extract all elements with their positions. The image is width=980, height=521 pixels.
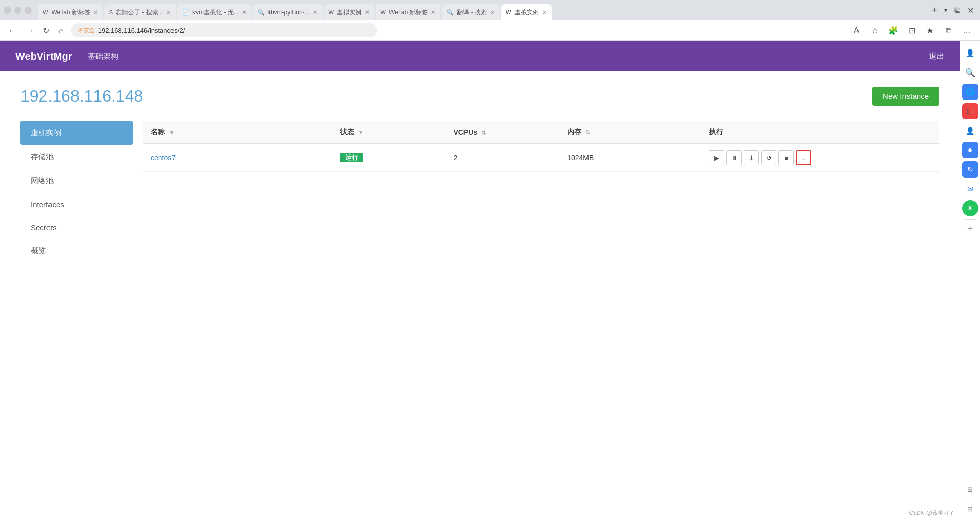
close-btn[interactable]: [24, 7, 32, 14]
bookmark-icon[interactable]: ☆: [868, 23, 882, 38]
browser-tabs: W WeTab 新标签 ✕S 忘情公子 - 搜索... ✕📄 kvm虚拟化 - …: [38, 0, 923, 20]
collections-icon[interactable]: ⧉: [941, 23, 955, 38]
browser-tab-tab1[interactable]: W WeTab 新标签 ✕: [38, 4, 103, 20]
cell-name: centos7: [143, 143, 333, 172]
col-header-status[interactable]: 状态 ▼: [333, 121, 447, 144]
page-title: 192.168.116.148: [20, 87, 143, 106]
minimize-btn[interactable]: [4, 7, 11, 14]
browser-tab-tab5[interactable]: W 虚拟实例 ✕: [324, 4, 375, 20]
sidebar-add-icon[interactable]: +: [967, 223, 973, 235]
page-header: 192.168.116.148 New Instance: [20, 87, 939, 106]
tab-close-icon[interactable]: ✕: [542, 9, 547, 16]
tab-close-icon[interactable]: ✕: [431, 9, 435, 16]
col-header-vcpus[interactable]: VCPUs ⇅: [446, 121, 560, 144]
home-btn[interactable]: ⌂: [57, 24, 66, 37]
tab-close-icon[interactable]: ✕: [242, 9, 247, 16]
sidebar-item-vm-instances[interactable]: 虚机实例: [20, 121, 133, 145]
more-btn[interactable]: …: [960, 23, 974, 38]
tab-close-icon[interactable]: ✕: [365, 9, 370, 16]
instance-link[interactable]: centos7: [151, 154, 176, 162]
security-label: 不安全: [78, 27, 95, 34]
sidebar-x-icon[interactable]: X: [962, 200, 978, 216]
nav-link-infrastructure[interactable]: 基础架构: [88, 52, 118, 61]
browser-tab-tab4[interactable]: 🔍 libvirt-python-... ✕: [253, 4, 323, 20]
sort-status-icon[interactable]: ▼: [358, 129, 364, 135]
sidebar-send-icon[interactable]: ✉: [962, 181, 978, 197]
tab-close-icon[interactable]: ✕: [93, 9, 98, 16]
play-btn[interactable]: ▶: [709, 150, 724, 165]
back-btn[interactable]: ←: [6, 24, 18, 37]
sort-vcpus-icon[interactable]: ⇅: [481, 130, 486, 136]
browser-tab-tab7[interactable]: 🔍 翻译 - 搜索 ✕: [442, 4, 500, 20]
window-close-btn[interactable]: ✕: [965, 4, 976, 17]
forward-btn[interactable]: →: [23, 24, 36, 37]
download-btn[interactable]: ⬇: [744, 150, 759, 165]
tab-close-icon[interactable]: ✕: [166, 9, 171, 16]
new-instance-button[interactable]: New Instance: [872, 87, 939, 106]
pause-btn[interactable]: ⏸: [726, 150, 742, 165]
extensions-icon[interactable]: 🧩: [886, 23, 900, 38]
sidebar-search-icon[interactable]: 🔍: [962, 64, 978, 81]
sidebar-item-interfaces[interactable]: Interfaces: [20, 193, 133, 216]
tab-close-icon[interactable]: ✕: [490, 9, 495, 16]
profile-icon[interactable]: ⊡: [904, 23, 919, 38]
cell-status: 运行: [333, 143, 447, 172]
table-row: centos7 运行 2 1024MB ▶: [143, 143, 939, 172]
maximize-btn[interactable]: [14, 7, 21, 14]
watermark: CSDN @该学习了: [909, 509, 954, 517]
sidebar-profile-icon[interactable]: 👤: [962, 45, 978, 61]
translate-icon[interactable]: A: [849, 23, 864, 38]
sidebar-item-network-pool[interactable]: 网络池: [20, 169, 133, 193]
app-brand: WebVirtMgr: [15, 51, 72, 62]
sidebar-user-icon[interactable]: 👤: [962, 122, 978, 139]
browser-tab-tab3[interactable]: 📄 kvm虚拟化 - 无... ✕: [177, 4, 252, 20]
sort-memory-icon[interactable]: ⇅: [585, 129, 590, 135]
address-bar[interactable]: 不安全 192.168.116.146/instances/2/: [71, 23, 377, 37]
col-header-name[interactable]: 名称 ▼: [143, 121, 333, 144]
tab-close-icon[interactable]: ✕: [313, 9, 317, 16]
sidebar-item-overview[interactable]: 概览: [20, 239, 133, 263]
sidebar-item-secrets[interactable]: Secrets: [20, 216, 133, 239]
cell-vcpus: 2: [446, 143, 560, 172]
right-sidebar: 👤 🔍 🌐 📕 👤 ● ↻ ✉ X + ⊞ ⊟: [960, 41, 980, 521]
restart-btn[interactable]: ↺: [761, 150, 776, 165]
sidebar-circle-icon[interactable]: ●: [962, 142, 978, 158]
tab-dropdown-btn[interactable]: ▾: [942, 5, 949, 16]
browser-tab-tab2[interactable]: S 忘情公子 - 搜索... ✕: [104, 4, 176, 20]
table-area: 名称 ▼ 状态 ▼ VCPUs ⇅: [133, 121, 939, 263]
stop-btn[interactable]: ■: [778, 150, 794, 165]
address-url: 192.168.116.146/instances/2/: [98, 27, 185, 34]
sidebar-layout-icon[interactable]: ⊟: [962, 501, 978, 517]
browser-tab-tab8[interactable]: W 虚拟实例 ✕: [501, 4, 552, 20]
sort-name-icon[interactable]: ▼: [169, 129, 175, 135]
app-navbar: WebVirtMgr 基础架构 退出: [0, 41, 960, 71]
table-header: 名称 ▼ 状态 ▼ VCPUs ⇅: [143, 121, 939, 144]
favorites-icon[interactable]: ★: [923, 23, 937, 38]
status-badge: 运行: [340, 153, 363, 162]
browser-tab-tab6[interactable]: W WeTab 新标签 ✕: [376, 4, 441, 20]
col-header-exec: 执行: [702, 121, 939, 144]
refresh-page-btn[interactable]: ↻: [41, 23, 52, 37]
action-buttons: ▶ ⏸ ⬇ ↺ ■ ≡: [709, 150, 932, 165]
sidebar-item-storage-pool[interactable]: 存储池: [20, 145, 133, 169]
left-nav: 虚机实例存储池网络池InterfacesSecrets概览: [20, 121, 133, 263]
table-body: centos7 运行 2 1024MB ▶: [143, 143, 939, 172]
col-header-memory[interactable]: 内存 ⇅: [560, 121, 702, 144]
sidebar-globe-icon[interactable]: 🌐: [962, 84, 978, 100]
list-view-btn[interactable]: ≡: [796, 150, 811, 165]
logout-link[interactable]: 退出: [929, 52, 944, 61]
cell-actions: ▶ ⏸ ⬇ ↺ ■ ≡: [702, 143, 939, 172]
sidebar-divider: [964, 219, 976, 220]
sidebar-sync-icon[interactable]: ↻: [962, 161, 978, 178]
instances-table: 名称 ▼ 状态 ▼ VCPUs ⇅: [143, 121, 939, 172]
new-tab-btn[interactable]: +: [929, 3, 939, 18]
cell-memory: 1024MB: [560, 143, 702, 172]
restore-btn[interactable]: ⧉: [952, 4, 962, 17]
sidebar-settings-icon[interactable]: ⊞: [962, 481, 978, 498]
sidebar-bookmark-icon[interactable]: 📕: [962, 103, 978, 119]
